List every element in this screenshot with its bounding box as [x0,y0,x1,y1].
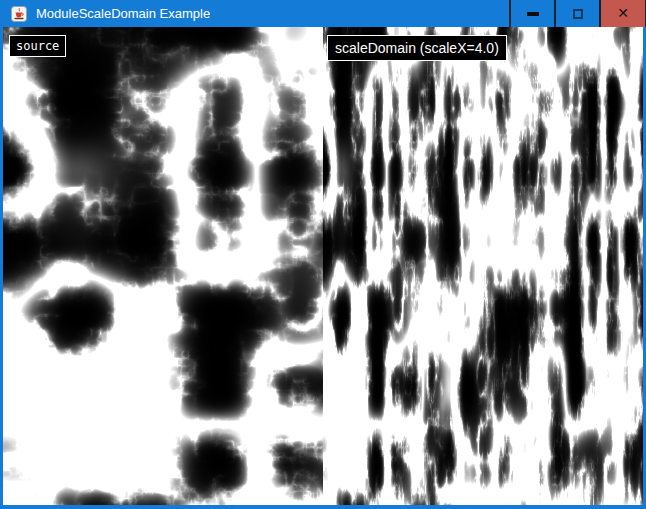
scaledomain-label: scaleDomain (scaleX=4.0) [327,35,507,61]
maximize-icon [573,9,583,19]
maximize-button[interactable] [554,0,599,27]
scaledomain-noise-canvas [323,27,643,505]
window-controls: ✕ [509,0,646,27]
source-panel: source [3,27,323,505]
minimize-button[interactable] [509,0,554,27]
window-title: ModuleScaleDomain Example [36,0,210,27]
minimize-icon [527,12,539,16]
scaledomain-panel: scaleDomain (scaleX=4.0) [323,27,643,505]
source-label: source [9,35,66,57]
java-coffee-cup-icon [11,6,27,22]
close-icon: ✕ [617,6,629,20]
source-noise-canvas [3,27,323,505]
close-button[interactable]: ✕ [599,0,646,27]
app-window: ModuleScaleDomain Example ✕ source scale… [0,0,646,509]
titlebar[interactable]: ModuleScaleDomain Example ✕ [0,0,646,27]
render-area: source scaleDomain (scaleX=4.0) [3,27,643,505]
